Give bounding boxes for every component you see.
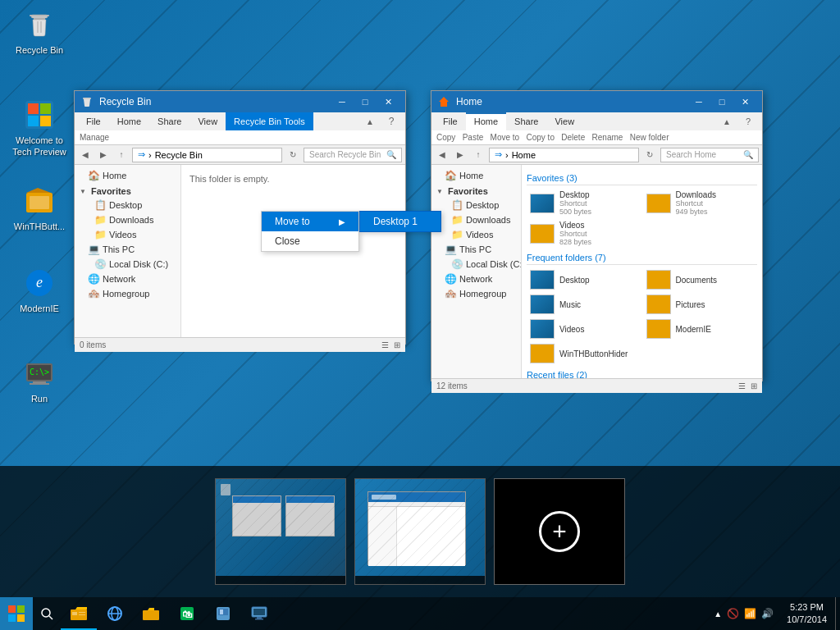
close-button[interactable]: ✕ <box>377 93 399 111</box>
home-titlebar[interactable]: Home ─ □ ✕ <box>431 91 762 112</box>
recycle-status-bar: 0 items ☰ ⊞ <box>75 337 405 352</box>
home-tab-view[interactable]: View <box>546 112 582 130</box>
recycle-bin-titlebar[interactable]: Recycle Bin ─ □ ✕ <box>75 91 405 112</box>
taskbar-ie[interactable] <box>97 597 133 630</box>
up-btn[interactable]: ↑ <box>114 148 129 162</box>
freq-item-modernie[interactable]: ModernIE <box>643 317 758 340</box>
home-sidebar-desktop[interactable]: 📋 Desktop <box>431 198 521 212</box>
home-breadcrumb[interactable]: ⇒ <box>495 149 502 160</box>
notif-icon-1[interactable]: 🚫 <box>727 608 739 619</box>
maximize-button[interactable]: □ <box>354 93 376 111</box>
home-address-path[interactable]: ⇒ › Home <box>489 148 639 162</box>
home-sidebar-home[interactable]: 🏠 Home <box>431 168 521 183</box>
home-close-btn[interactable]: ✕ <box>734 93 756 111</box>
welcome-icon <box>23 98 56 131</box>
home-ribbon-help-btn[interactable]: ? <box>737 112 759 130</box>
freq-item-documents[interactable]: Documents <box>643 268 758 291</box>
sidebar-videos[interactable]: 📁 Videos <box>75 227 180 242</box>
tab-file[interactable]: File <box>78 112 109 130</box>
sidebar-localdisk[interactable]: 💿 Local Disk (C:) <box>75 257 180 272</box>
tab-manage[interactable]: Recycle Bin Tools <box>226 112 313 130</box>
grid-view-icon[interactable]: ⊞ <box>394 340 400 349</box>
refresh-btn[interactable]: ↻ <box>285 148 300 162</box>
task-thumbnail-desktop1[interactable] <box>215 478 346 585</box>
desktop-icon-winthbutt[interactable]: WinTHButt... <box>7 185 72 232</box>
home-sidebar-homegroup[interactable]: 🏘️ Homegroup <box>431 286 521 301</box>
sidebar-desktop[interactable]: 📋 Desktop <box>75 198 180 212</box>
home-sidebar-downloads[interactable]: 📁 Downloads <box>431 212 521 227</box>
search-recycle[interactable]: Search Recycle Bin 🔍 <box>304 148 402 162</box>
home-minimize-btn[interactable]: ─ <box>688 93 710 111</box>
taskbar-monitor[interactable] <box>241 597 277 630</box>
taskbar-folder[interactable] <box>133 597 169 630</box>
tab-share[interactable]: Share <box>149 112 189 130</box>
task-thumbnail-desktop2[interactable] <box>354 478 486 585</box>
fav-item-desktop[interactable]: Desktop Shortcut500 bytes <box>527 189 641 217</box>
fav-item-downloads[interactable]: Downloads Shortcut949 bytes <box>643 189 758 217</box>
context-menu-item-close[interactable]: Close <box>262 231 358 251</box>
list-view-icon[interactable]: ☰ <box>381 340 389 349</box>
taskbar-search-button[interactable] <box>33 597 61 630</box>
desktop-icon-run[interactable]: C:\> Run <box>7 357 72 404</box>
task-thumbnail-new[interactable]: + <box>494 478 625 585</box>
sidebar-downloads[interactable]: 📁 Downloads <box>75 212 180 227</box>
desktop-icon-modernie[interactable]: e ModernIE <box>7 267 72 314</box>
taskbar-disk[interactable] <box>205 597 241 630</box>
freq-item-winthbuttonhider[interactable]: WinTHButtonHider <box>527 342 641 365</box>
home-tab-file[interactable]: File <box>435 112 466 130</box>
tab-view[interactable]: View <box>189 112 226 130</box>
svg-rect-17 <box>33 381 46 383</box>
recycle-bin-title-icon <box>81 95 94 108</box>
freq-item-videos[interactable]: Videos <box>527 317 641 340</box>
sidebar-home[interactable]: 🏠 Home <box>75 168 180 183</box>
desktop-icon-welcome[interactable]: Welcome toTech Preview <box>7 98 72 158</box>
home-maximize-btn[interactable]: □ <box>711 93 733 111</box>
forward-btn[interactable]: ▶ <box>96 148 111 162</box>
fav-item-videos[interactable]: Videos Shortcut828 bytes <box>527 219 641 248</box>
home-sidebar-thispc[interactable]: 💻 This PC <box>431 242 521 257</box>
freq-item-pictures[interactable]: Pictures <box>643 293 758 316</box>
start-button[interactable] <box>0 597 33 630</box>
notif-icon-3[interactable]: 🔊 <box>761 608 774 619</box>
svg-rect-42 <box>255 619 263 620</box>
back-btn[interactable]: ◀ <box>78 148 93 162</box>
sidebar-homegroup[interactable]: 🏘️ Homegroup <box>75 286 180 301</box>
taskbar-file-explorer[interactable] <box>61 597 97 630</box>
minimize-button[interactable]: ─ <box>331 93 353 111</box>
context-menu-item-moveto[interactable]: Move to ▶ <box>262 212 358 231</box>
home-back-btn[interactable]: ◀ <box>435 148 450 162</box>
freq-item-music[interactable]: Music <box>527 293 641 316</box>
sidebar-thispc[interactable]: 💻 This PC <box>75 242 180 257</box>
home-grid-view-icon[interactable]: ⊞ <box>751 381 757 390</box>
home-list-view-icon[interactable]: ☰ <box>738 381 746 390</box>
home-tab-share[interactable]: Share <box>506 112 546 130</box>
sidebar-network[interactable]: 🌐 Network <box>75 272 180 286</box>
home-forward-btn[interactable]: ▶ <box>453 148 468 162</box>
home-sidebar-localdisk[interactable]: 💿 Local Disk (C:) <box>431 257 521 272</box>
submenu-desktop1[interactable]: Desktop 1 <box>360 212 441 231</box>
ribbon-help-btn[interactable]: ? <box>381 112 402 130</box>
svg-marker-11 <box>26 188 51 193</box>
show-desktop-button[interactable] <box>835 597 840 630</box>
notif-icon-2[interactable]: 📶 <box>744 608 756 619</box>
home-search[interactable]: Search Home 🔍 <box>660 148 759 162</box>
taskbar-clock[interactable]: 5:23 PM 10/7/2014 <box>778 597 835 630</box>
home-status: 12 items <box>436 381 468 390</box>
home-tab-home[interactable]: Home <box>466 112 506 130</box>
home-sidebar-network[interactable]: 🌐 Network <box>431 272 521 286</box>
svg-text:e: e <box>36 274 43 290</box>
tab-home[interactable]: Home <box>109 112 149 130</box>
home-sidebar-videos[interactable]: 📁 Videos <box>431 227 521 242</box>
home-refresh-btn[interactable]: ↻ <box>642 148 657 162</box>
address-path-recycle[interactable]: ⇒ › Recycle Bin <box>132 148 282 162</box>
notif-arrow[interactable]: ▲ <box>714 609 722 619</box>
home-ribbon-min-btn[interactable]: ▲ <box>716 112 737 130</box>
desktop-icon-recycle-bin[interactable]: Recycle Bin <box>7 8 72 56</box>
ribbon-minimize-btn[interactable]: ▲ <box>359 112 381 130</box>
freq-item-desktop[interactable]: Desktop <box>527 268 641 291</box>
taskbar-store[interactable]: 🛍 <box>169 597 205 630</box>
svg-rect-18 <box>30 383 49 385</box>
breadcrumb-home[interactable]: ⇒ <box>138 149 145 160</box>
home-up-btn[interactable]: ↑ <box>471 148 486 162</box>
svg-rect-7 <box>40 103 51 114</box>
